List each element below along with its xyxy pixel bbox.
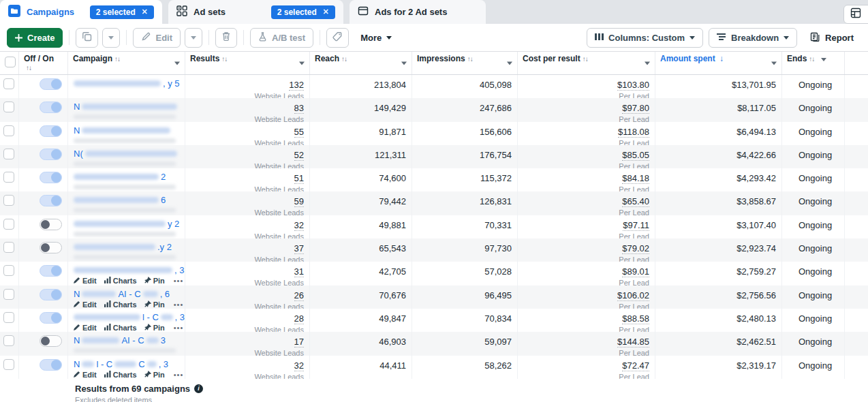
badge-close-icon[interactable]: ✕: [142, 7, 148, 16]
row-edit-button[interactable]: Edit: [74, 371, 97, 379]
row-more-button[interactable]: •••: [174, 371, 184, 379]
create-button[interactable]: Create: [7, 28, 63, 48]
cost-per-result-value[interactable]: $88.58: [622, 313, 649, 324]
campaign-active-toggle[interactable]: [40, 242, 62, 253]
row-charts-button[interactable]: Charts: [104, 371, 137, 379]
badge-close-icon[interactable]: ✕: [323, 7, 329, 16]
results-value[interactable]: 37: [294, 243, 304, 254]
campaign-name-link[interactable]: , 3: [74, 265, 185, 275]
row-checkbox[interactable]: [3, 78, 14, 89]
header-reach[interactable]: Reach↑↓: [310, 52, 412, 74]
header-off-on[interactable]: Off / On ↑↓: [19, 52, 68, 74]
row-checkbox[interactable]: [3, 359, 14, 370]
row-edit-button[interactable]: Edit: [74, 324, 97, 332]
campaign-active-toggle[interactable]: [40, 195, 62, 206]
row-checkbox[interactable]: [3, 172, 14, 183]
campaign-name-link[interactable]: N: [74, 125, 185, 136]
header-cost-per-result[interactable]: Cost per result↑↓: [518, 52, 655, 74]
campaign-active-toggle[interactable]: [40, 335, 62, 347]
column-menu-icon[interactable]: [771, 61, 777, 65]
campaign-active-toggle[interactable]: [40, 219, 62, 230]
row-checkbox[interactable]: [3, 195, 14, 206]
results-value[interactable]: 32: [294, 220, 304, 231]
header-amount-spent[interactable]: Amount spent ↓: [655, 52, 782, 74]
row-pin-button[interactable]: Pin: [144, 371, 165, 379]
column-menu-icon[interactable]: [299, 61, 305, 65]
campaign-active-toggle[interactable]: [40, 78, 62, 90]
campaign-name-link[interactable]: .y 2: [74, 242, 185, 252]
cost-per-result-value[interactable]: $85.05: [622, 150, 649, 161]
column-menu-icon[interactable]: [507, 61, 512, 65]
campaign-name-link[interactable]: y 2: [74, 219, 185, 229]
more-button[interactable]: More: [353, 28, 399, 48]
cost-per-result-value[interactable]: $79.02: [622, 243, 649, 254]
row-pin-button[interactable]: Pin: [144, 300, 165, 309]
info-icon[interactable]: i: [194, 384, 203, 393]
cost-per-result-value[interactable]: $103.80: [617, 80, 649, 91]
row-checkbox[interactable]: [3, 125, 14, 136]
campaign-name-link[interactable]: NAI - C3: [74, 335, 185, 345]
results-value[interactable]: 51: [294, 173, 304, 184]
campaign-name-link[interactable]: 6: [74, 195, 185, 205]
row-edit-button[interactable]: Edit: [74, 277, 97, 285]
row-edit-button[interactable]: Edit: [74, 300, 97, 309]
results-value[interactable]: 55: [294, 127, 304, 138]
delete-button[interactable]: [215, 28, 237, 48]
cost-per-result-value[interactable]: $72.47: [622, 360, 649, 371]
row-checkbox[interactable]: [3, 149, 14, 159]
row-checkbox[interactable]: [3, 102, 14, 112]
row-charts-button[interactable]: Charts: [104, 277, 137, 285]
tag-button[interactable]: [326, 28, 349, 48]
results-value[interactable]: 52: [294, 150, 304, 161]
campaign-name-link[interactable]: , y 5: [74, 78, 185, 89]
campaign-name-link[interactable]: Nl - CC, 3: [74, 359, 185, 369]
results-value[interactable]: 17: [294, 337, 304, 347]
header-ends[interactable]: Ends↑↓: [782, 52, 845, 74]
results-value[interactable]: 32: [294, 360, 304, 371]
column-menu-icon[interactable]: [645, 61, 650, 65]
results-value[interactable]: 28: [294, 313, 304, 324]
row-checkbox[interactable]: [3, 219, 14, 230]
header-campaign[interactable]: Campaign↑↓: [68, 52, 185, 74]
open-table-panel-button[interactable]: [843, 5, 868, 24]
breakdown-button[interactable]: Breakdown: [709, 28, 797, 48]
campaign-name-link[interactable]: NAI - C, 6: [74, 289, 185, 299]
ab-test-button[interactable]: A/B test: [250, 28, 313, 48]
cost-per-result-value[interactable]: $65.40: [622, 196, 649, 207]
column-menu-icon[interactable]: [174, 61, 180, 65]
duplicate-button[interactable]: [76, 28, 98, 48]
columns-button[interactable]: Columns: Custom: [587, 28, 703, 48]
tab-campaigns[interactable]: Campaigns 2 selected ✕: [0, 0, 162, 24]
campaign-active-toggle[interactable]: [40, 359, 62, 371]
row-checkbox[interactable]: [3, 289, 14, 300]
campaign-active-toggle[interactable]: [40, 265, 62, 277]
duplicate-options-button[interactable]: [102, 28, 120, 48]
column-menu-icon[interactable]: [821, 58, 826, 61]
campaign-active-toggle[interactable]: [40, 102, 62, 113]
cost-per-result-value[interactable]: $106.02: [617, 290, 649, 301]
reports-button[interactable]: Report: [803, 28, 861, 48]
row-pin-button[interactable]: Pin: [144, 324, 165, 332]
campaign-active-toggle[interactable]: [40, 172, 62, 183]
edit-options-button[interactable]: [185, 28, 202, 48]
header-results[interactable]: Results↑↓: [185, 52, 310, 74]
cost-per-result-value[interactable]: $118.08: [618, 127, 649, 138]
results-value[interactable]: 31: [294, 266, 304, 277]
campaign-name-link[interactable]: N(: [74, 149, 185, 159]
row-more-button[interactable]: •••: [174, 300, 184, 309]
column-menu-icon[interactable]: [401, 61, 407, 65]
results-value[interactable]: 132: [289, 80, 304, 91]
row-checkbox[interactable]: [3, 312, 14, 323]
results-value[interactable]: 83: [294, 103, 304, 114]
cost-per-result-value[interactable]: $89.01: [622, 266, 649, 277]
campaign-active-toggle[interactable]: [40, 289, 62, 300]
tab-ads[interactable]: Ads for 2 Ad sets: [350, 0, 486, 24]
row-checkbox[interactable]: [3, 265, 14, 276]
campaign-active-toggle[interactable]: [40, 149, 62, 160]
row-checkbox[interactable]: [3, 335, 14, 346]
row-more-button[interactable]: •••: [174, 324, 184, 332]
results-value[interactable]: 59: [294, 196, 304, 207]
row-pin-button[interactable]: Pin: [144, 277, 165, 285]
tab-ad-sets[interactable]: Ad sets 2 selected ✕: [168, 0, 343, 24]
header-impressions[interactable]: Impressions↑↓: [412, 52, 518, 74]
